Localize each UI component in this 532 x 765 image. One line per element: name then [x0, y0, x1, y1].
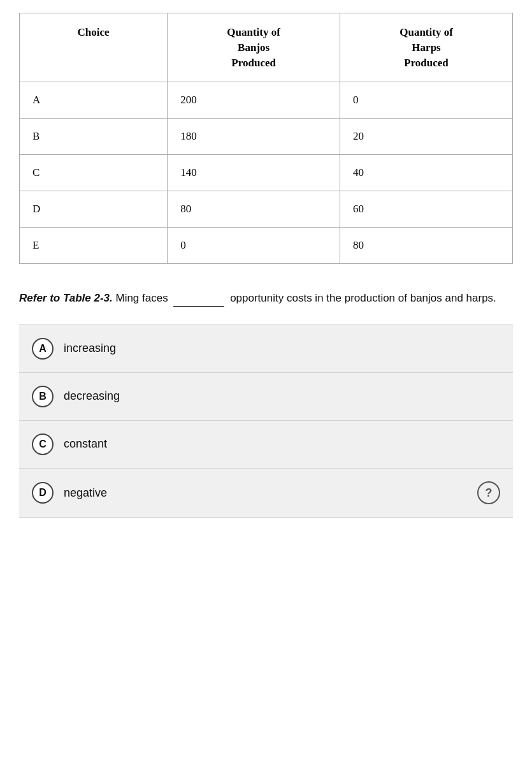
option-b-label: decreasing: [64, 390, 120, 403]
cell-banjos-c: 140: [168, 155, 340, 191]
table-row: C14040: [20, 155, 513, 191]
option-b-circle: B: [32, 386, 54, 407]
production-table: Choice Quantity ofBanjosProduced Quantit…: [19, 13, 513, 264]
cell-choice-a: A: [20, 82, 168, 119]
cell-choice-b: B: [20, 119, 168, 155]
option-c-circle: C: [32, 433, 54, 455]
cell-harps-e: 80: [340, 228, 513, 264]
option-c-label: constant: [64, 437, 107, 451]
option-d-label: negative: [64, 486, 107, 500]
blank-line: [173, 289, 224, 307]
option-d[interactable]: D negative ?: [19, 469, 513, 518]
table-row: D8060: [20, 191, 513, 228]
option-a[interactable]: A increasing: [19, 324, 513, 373]
refer-label: Refer to Table 2-3.: [19, 292, 113, 304]
cell-banjos-e: 0: [168, 228, 340, 264]
cell-harps-b: 20: [340, 119, 513, 155]
page-container: Choice Quantity ofBanjosProduced Quantit…: [0, 0, 532, 530]
table-row: A2000: [20, 82, 513, 119]
cell-harps-c: 40: [340, 155, 513, 191]
option-a-label: increasing: [64, 342, 116, 355]
help-icon-wrapper: ?: [477, 481, 500, 505]
header-banjos: Quantity ofBanjosProduced: [168, 13, 340, 82]
option-a-circle: A: [32, 338, 54, 360]
header-harps: Quantity ofHarpsProduced: [340, 13, 513, 82]
answer-options: A increasing B decreasing C constant D n…: [19, 324, 513, 518]
cell-choice-c: C: [20, 155, 168, 191]
cell-choice-d: D: [20, 191, 168, 228]
option-b[interactable]: B decreasing: [19, 373, 513, 421]
table-row: E080: [20, 228, 513, 264]
cell-harps-d: 60: [340, 191, 513, 228]
cell-banjos-a: 200: [168, 82, 340, 119]
option-d-circle: D: [32, 482, 54, 504]
cell-harps-a: 0: [340, 82, 513, 119]
help-icon[interactable]: ?: [477, 481, 500, 504]
cell-banjos-b: 180: [168, 119, 340, 155]
cell-banjos-d: 80: [168, 191, 340, 228]
table-row: B18020: [20, 119, 513, 155]
option-c[interactable]: C constant: [19, 421, 513, 469]
question-text: Refer to Table 2-3. Ming faces opportuni…: [19, 289, 513, 307]
header-choice: Choice: [20, 13, 168, 82]
cell-choice-e: E: [20, 228, 168, 264]
